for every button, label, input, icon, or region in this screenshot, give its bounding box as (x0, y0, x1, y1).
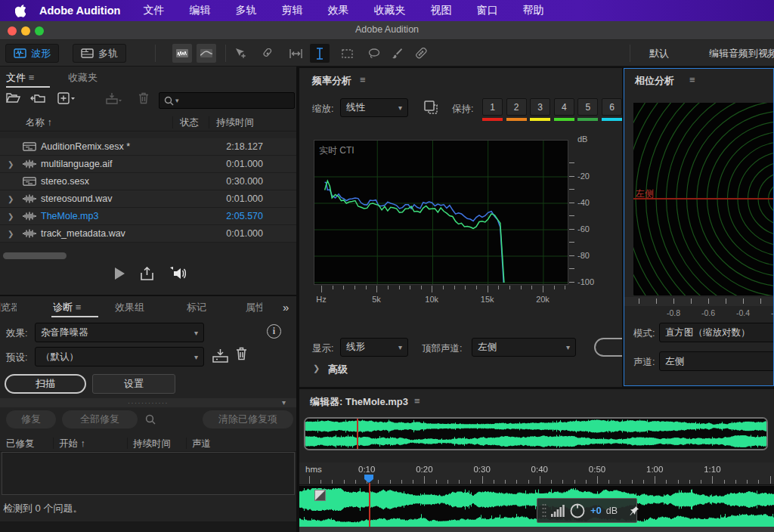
trash-icon[interactable] (138, 92, 149, 104)
tab-effects-rack[interactable]: 效果组 (115, 301, 144, 314)
col-channel[interactable]: 声道 (192, 438, 211, 450)
panel-menu-icon[interactable]: ≡ (360, 74, 366, 85)
panel-menu-icon[interactable]: ≡ (689, 74, 695, 85)
file-row[interactable]: ❯stereosound.wav0:01.000 (0, 190, 296, 208)
col-duration[interactable]: 持续时间 (216, 116, 254, 129)
col-repaired[interactable]: 已修复 (6, 438, 35, 450)
col-status[interactable]: 状态 (180, 116, 199, 129)
horizontal-scrollbar[interactable] (3, 252, 67, 259)
advanced-disclosure-chevron[interactable]: ❯ (313, 363, 320, 373)
hold-button-4[interactable]: 4 (554, 98, 574, 116)
file-row[interactable]: ❯multilanguage.aif0:01.000 (0, 156, 296, 173)
file-name[interactable]: multilanguage.aif (41, 159, 113, 169)
frequency-plot[interactable] (314, 140, 568, 285)
expand-chevron-icon[interactable]: ❯ (8, 212, 17, 221)
timeline-ruler[interactable]: hms 0:100:200:300:400:501:001:10 (299, 462, 774, 485)
repair-all-button[interactable]: 全部修复 (62, 410, 138, 428)
save-preset-icon[interactable] (212, 348, 228, 363)
repair-button[interactable]: 修复 (6, 410, 56, 428)
menu-item-1[interactable]: 编辑 (189, 4, 210, 17)
hold-button-3[interactable]: 3 (530, 98, 550, 116)
tab-properties-partial[interactable]: 属性 (246, 301, 262, 314)
razor-tool-icon[interactable] (259, 44, 278, 63)
tab-diagnostics[interactable]: 诊断 ≡ (53, 301, 81, 314)
panel-menu-icon[interactable]: ≡ (76, 302, 82, 313)
apple-icon[interactable] (15, 5, 26, 17)
col-start[interactable]: 开始 ↑ (59, 438, 85, 450)
delete-preset-icon[interactable] (236, 347, 247, 360)
expand-chevron-icon[interactable]: ❯ (8, 195, 17, 203)
col-duration[interactable]: 持续时间 (133, 438, 171, 450)
workspace-default-button[interactable]: 默认 (649, 47, 669, 60)
mode-dropdown[interactable]: 直方图（缩放对数） (659, 323, 774, 342)
menu-item-4[interactable]: 效果 (327, 4, 348, 17)
play-button[interactable] (113, 267, 125, 280)
more-tabs-chevron[interactable]: » (283, 301, 289, 314)
hold-button-5[interactable]: 5 (577, 98, 598, 116)
panel-menu-icon[interactable]: ≡ (29, 72, 35, 83)
clear-repaired-button[interactable]: 清除已修复项 (203, 410, 293, 428)
col-name[interactable]: 名称 ↑ (26, 116, 52, 129)
lasso-selection-tool-icon[interactable] (364, 44, 384, 63)
partial-pill-button[interactable] (594, 338, 622, 357)
speaker-icon[interactable] (168, 267, 186, 280)
file-row[interactable]: stereo.sesx0:30.000 (0, 173, 296, 190)
spot-healing-brush-tool-icon[interactable] (411, 44, 431, 63)
paintbrush-tool-icon[interactable] (387, 44, 407, 63)
workspace-edit-audio-to-video-button[interactable]: 编辑音频到视频 (709, 47, 774, 60)
copy-graph-icon[interactable] (423, 100, 438, 115)
hold-button-6[interactable]: 6 (602, 98, 622, 116)
file-name[interactable]: AuditionRemix.sesx * (41, 141, 130, 152)
hud-pin-icon[interactable] (630, 506, 639, 516)
menubar-app-name[interactable]: Adobe Audition (39, 5, 120, 17)
display-dropdown[interactable]: 线形▾ (340, 338, 408, 357)
info-icon[interactable]: i (267, 324, 281, 339)
show-waveform-display-button[interactable] (172, 44, 192, 63)
tab-files[interactable]: 文件 ≡ (6, 71, 34, 85)
hud-gain-value[interactable]: +0 (590, 505, 602, 516)
advanced-label[interactable]: 高级 (328, 363, 348, 376)
panel-menu-icon[interactable]: ≡ (414, 395, 420, 407)
tab-favorites[interactable]: 收藏夹 (68, 71, 98, 85)
file-name[interactable]: stereosound.wav (41, 193, 113, 204)
time-selection-tool-icon[interactable] (310, 44, 330, 63)
hold-button-1[interactable]: 1 (482, 98, 503, 116)
menu-item-8[interactable]: 帮助 (522, 4, 543, 17)
search-issues-icon[interactable] (145, 414, 156, 425)
hud-gain-knob-icon[interactable] (569, 503, 586, 519)
move-tool-icon[interactable] (231, 44, 251, 63)
channel-dropdown[interactable]: 左侧 (659, 351, 774, 371)
import-file-icon[interactable] (30, 92, 45, 104)
scan-button[interactable]: 扫描 (5, 374, 86, 394)
export-share-icon[interactable] (141, 267, 156, 280)
export-file-icon[interactable] (106, 92, 122, 104)
menu-item-3[interactable]: 剪辑 (281, 4, 302, 17)
new-file-icon[interactable] (57, 92, 76, 104)
menu-item-6[interactable]: 视图 (430, 4, 451, 17)
waveform-view-button[interactable]: 波形 (5, 44, 59, 63)
tab-browser-partial[interactable]: 浏览器 (0, 301, 17, 314)
expand-chevron-icon[interactable]: ❯ (8, 230, 17, 238)
hold-button-2[interactable]: 2 (506, 98, 527, 116)
menu-item-5[interactable]: 收藏夹 (373, 4, 405, 17)
file-name[interactable]: track_metadata.wav (41, 228, 125, 239)
expand-chevron-icon[interactable]: ❯ (8, 160, 17, 169)
overview-playhead[interactable] (357, 419, 358, 449)
menu-item-2[interactable]: 多轨 (235, 4, 256, 17)
search-input[interactable]: ▾ (159, 92, 295, 109)
file-name[interactable]: TheMole.mp3 (41, 211, 98, 221)
playhead-line[interactable] (369, 483, 370, 527)
volume-hud[interactable]: +0 dB (537, 498, 637, 523)
scale-dropdown[interactable]: 线性▾ (340, 98, 408, 117)
multitrack-view-button[interactable]: 多轨 (73, 44, 126, 63)
section-divider[interactable]: ∙∙∙∙∙∙∙∙∙∙∙∙ ▾ (0, 398, 296, 407)
settings-button[interactable]: 设置 (92, 374, 175, 394)
show-spectral-display-button[interactable] (197, 44, 216, 63)
bottom-scrollbar[interactable] (299, 527, 774, 532)
file-row[interactable]: ❯TheMole.mp32:05.570 (0, 208, 296, 225)
file-name[interactable]: stereo.sesx (41, 176, 89, 187)
file-row[interactable]: AuditionRemix.sesx *2:18.127 (0, 138, 296, 156)
overview-waveform[interactable] (304, 417, 768, 450)
marquee-selection-tool-icon[interactable] (337, 44, 357, 63)
menu-item-7[interactable]: 窗口 (476, 4, 497, 17)
